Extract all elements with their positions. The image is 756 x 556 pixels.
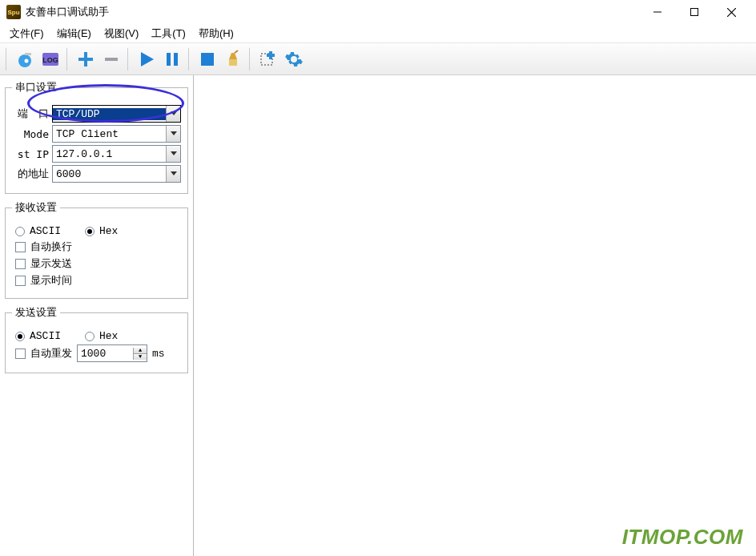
svg-marker-23 (171, 131, 177, 135)
stop-button[interactable] (195, 47, 219, 71)
svg-marker-24 (171, 151, 177, 155)
svg-marker-17 (229, 53, 237, 59)
autowrap-checkbox[interactable]: 自动换行 (15, 240, 72, 254)
send-hex-radio[interactable]: Hex (85, 330, 118, 342)
maximize-button[interactable] (676, 0, 713, 24)
menu-file[interactable]: 文件(F) (3, 25, 50, 42)
menu-help[interactable]: 帮助(H) (192, 25, 240, 42)
chevron-down-icon (166, 146, 180, 162)
ip-label: st IP (12, 148, 49, 160)
toolbar-sep (249, 48, 252, 71)
svg-rect-14 (174, 53, 178, 66)
autoresend-checkbox[interactable]: 自动重发 (15, 346, 72, 361)
play-button[interactable] (135, 47, 159, 71)
toolbar-sep (66, 48, 70, 71)
showsend-checkbox[interactable]: 显示发送 (15, 256, 72, 271)
port-combo[interactable]: TCP/UDP (52, 105, 181, 123)
chevron-down-icon: ▼ (133, 354, 147, 360)
svg-rect-5 (25, 53, 31, 55)
svg-line-18 (235, 50, 238, 53)
mode-combo[interactable]: TCP Client (52, 125, 181, 143)
svg-marker-25 (171, 171, 177, 175)
addr-combo[interactable]: 6000 (52, 165, 181, 183)
toolbar-sep (6, 48, 9, 71)
addr-value: 6000 (53, 168, 166, 180)
pause-button[interactable] (160, 47, 184, 71)
recv-ascii-radio[interactable]: ASCII (15, 225, 61, 237)
send-legend: 发送设置 (12, 305, 60, 320)
svg-rect-10 (78, 58, 93, 61)
recv-settings-group: 接收设置 ASCII Hex 自动换行 显示发送 显示时间 (5, 200, 188, 299)
serial-settings-group: 串口设置 端 口 TCP/UDP Mode TCP Client st IP 1… (5, 80, 188, 194)
svg-rect-11 (105, 58, 118, 61)
window-title: 友善串口调试助手 (26, 5, 109, 19)
send-ascii-radio[interactable]: ASCII (15, 330, 61, 342)
toolbar: LOG (0, 43, 756, 75)
close-button[interactable] (713, 0, 750, 24)
svg-rect-15 (201, 53, 214, 66)
addr-label: 的地址 (12, 167, 49, 181)
svg-marker-12 (141, 52, 154, 66)
clear-button[interactable] (221, 47, 245, 71)
settings-panel: 串口设置 端 口 TCP/UDP Mode TCP Client st IP 1… (0, 75, 194, 556)
port-label: 端 口 (12, 107, 49, 121)
chevron-down-icon (166, 106, 180, 122)
chevron-down-icon (166, 166, 180, 182)
menu-view[interactable]: 视图(V) (98, 25, 145, 42)
interval-spinner[interactable]: 1000 ▲▼ (77, 344, 147, 362)
log-button[interactable]: LOG (38, 47, 62, 71)
svg-rect-1 (691, 9, 698, 16)
menu-edit[interactable]: 编辑(E) (50, 25, 98, 42)
svg-rect-16 (229, 59, 237, 66)
settings-button[interactable] (282, 47, 306, 71)
svg-rect-21 (267, 54, 275, 57)
title-bar: Spu 友善串口调试助手 (0, 0, 756, 24)
output-area[interactable] (194, 75, 756, 556)
ip-combo[interactable]: 127.0.0.1 (52, 145, 181, 163)
connect-button[interactable] (13, 47, 37, 71)
watermark: ITMOP.COM (622, 525, 743, 550)
ip-value: 127.0.0.1 (53, 148, 166, 160)
app-icon: Spu (6, 5, 21, 19)
menu-tools[interactable]: 工具(T) (145, 25, 192, 42)
remove-button[interactable] (99, 47, 123, 71)
showtime-checkbox[interactable]: 显示时间 (15, 273, 72, 288)
minimize-button[interactable] (639, 0, 676, 24)
add-button[interactable] (74, 47, 98, 71)
port-value: TCP/UDP (53, 108, 166, 120)
svg-rect-13 (167, 53, 171, 66)
mode-label: Mode (12, 128, 49, 140)
mode-value: TCP Client (53, 128, 166, 140)
serial-legend: 串口设置 (12, 80, 60, 95)
svg-marker-22 (171, 111, 177, 115)
chevron-down-icon (166, 126, 180, 142)
svg-point-6 (25, 58, 29, 62)
interval-value: 1000 (78, 348, 133, 360)
svg-text:LOG: LOG (42, 56, 58, 64)
send-settings-group: 发送设置 ASCII Hex 自动重发 1000 ▲▼ ms (5, 305, 188, 373)
interval-unit: ms (152, 348, 165, 360)
toolbar-sep (127, 48, 131, 71)
recv-hex-radio[interactable]: Hex (85, 225, 118, 237)
recv-legend: 接收设置 (12, 200, 60, 215)
toolbar-sep (188, 48, 191, 71)
new-window-button[interactable] (256, 47, 280, 71)
menu-bar: 文件(F) 编辑(E) 视图(V) 工具(T) 帮助(H) (0, 24, 756, 43)
